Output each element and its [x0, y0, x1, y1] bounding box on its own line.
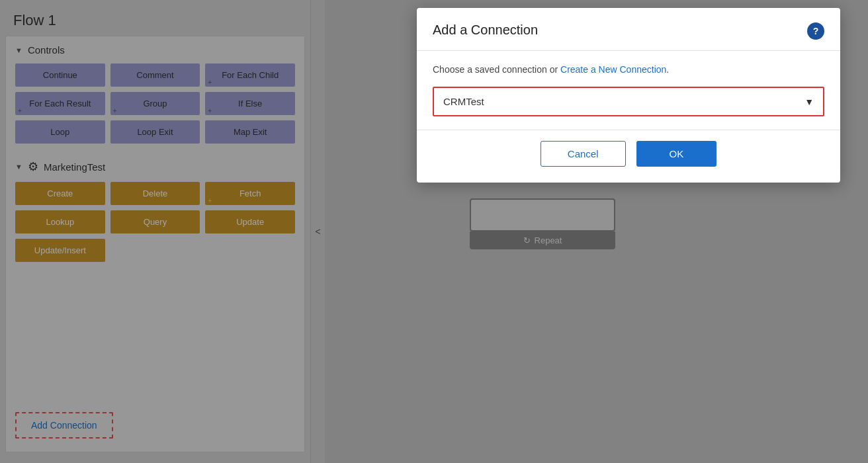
dialog-description: Choose a saved connection or Create a Ne…: [433, 64, 824, 75]
connection-select[interactable]: CRMTest MarketingTest: [434, 88, 823, 115]
connection-select-wrapper: CRMTest MarketingTest ▼: [433, 87, 824, 116]
cancel-button[interactable]: Cancel: [541, 141, 626, 167]
create-new-connection-link[interactable]: Create a New Connection: [560, 64, 666, 75]
add-connection-dialog: Add a Connection ? Choose a saved connec…: [417, 8, 840, 183]
ok-button[interactable]: OK: [636, 141, 717, 167]
dialog-footer: Cancel OK: [417, 130, 840, 183]
help-icon[interactable]: ?: [807, 22, 824, 40]
dialog-body: Choose a saved connection or Create a Ne…: [417, 51, 840, 130]
dialog-header: Add a Connection ?: [417, 8, 840, 51]
dialog-title: Add a Connection: [433, 22, 538, 38]
